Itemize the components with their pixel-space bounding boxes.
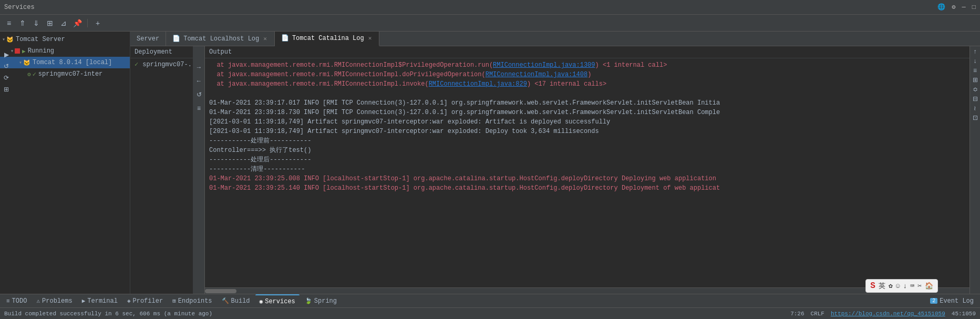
ime-icon2[interactable]: ☺ bbox=[896, 282, 900, 290]
bottom-tab-endpoints[interactable]: ⊞ Endpoints bbox=[168, 294, 216, 308]
profiler-icon: ◈ bbox=[127, 297, 131, 304]
bottom-tab-services[interactable]: ◉ Services bbox=[255, 294, 300, 308]
bottom-tab-terminal[interactable]: ▶ Terminal bbox=[78, 294, 122, 308]
log-line: Controller===>> 执行了test() bbox=[209, 146, 965, 155]
tab-tomcat-catalina-log[interactable]: 📄 Tomcat Catalina Log ✕ bbox=[275, 32, 379, 46]
bottom-tab-todo[interactable]: ≡ TODO bbox=[2, 294, 31, 308]
log-line: 01-Mar-2021 23:39:25.008 INFO [localhost… bbox=[209, 174, 965, 183]
globe-icon[interactable]: 🌐 bbox=[937, 3, 945, 11]
link-rmi3[interactable]: RMIConnectionImpl.java:829 bbox=[429, 80, 527, 88]
scroll-top-button[interactable]: ↑ bbox=[971, 47, 979, 56]
redeploy-button[interactable]: ▶ bbox=[1, 49, 12, 60]
arrow-left-button[interactable]: ← bbox=[194, 76, 204, 86]
settings-icon[interactable]: ⚙ bbox=[952, 3, 955, 11]
group-button[interactable]: ⊞ bbox=[44, 17, 56, 29]
expand-all-button[interactable]: ≡ bbox=[3, 17, 15, 29]
left-action-buttons: ▶ ↺ ⟳ ⊞ bbox=[0, 47, 13, 97]
tree-area: ▾ 🐱 Tomcat Server ▾ ▶ Running ▾ 🐱 Tomcat… bbox=[0, 32, 130, 294]
run-icon: ▶ bbox=[22, 48, 26, 55]
maximize-icon[interactable]: □ bbox=[972, 4, 976, 11]
action4-button[interactable]: ⊞ bbox=[1, 84, 12, 95]
pin-tab-icon: 📄 bbox=[172, 35, 180, 43]
bottom-tab-build[interactable]: 🔨 Build bbox=[218, 294, 254, 308]
tree-label-springmvc07: springmvc07-inter bbox=[38, 70, 102, 78]
tree-item-tomcat-server[interactable]: ▾ 🐱 Tomcat Server bbox=[0, 34, 130, 45]
link-rmi2[interactable]: RMIConnectionImpl.java:1408 bbox=[486, 71, 587, 78]
ime-icon5[interactable]: ✂ bbox=[917, 282, 922, 290]
ime-lang-label[interactable]: 英 bbox=[879, 281, 885, 291]
log-line: -----------处理前----------- bbox=[209, 136, 965, 146]
problems-label: Problems bbox=[42, 297, 73, 305]
ime-toolbar: S 英 ✿ ☺ ↓ ⌨ ✂ 🏠 bbox=[865, 279, 938, 293]
deployment-panel: Deployment ✓ springmvc07-... bbox=[130, 46, 193, 294]
panel-button7[interactable]: ≀ bbox=[971, 104, 979, 112]
add-button[interactable]: + bbox=[92, 17, 104, 29]
ime-icon1[interactable]: ✿ bbox=[889, 282, 893, 290]
pin-button[interactable]: 📌 bbox=[71, 17, 83, 29]
tab-server[interactable]: Server bbox=[130, 32, 166, 46]
wrap-lines-button[interactable]: ≡ bbox=[971, 66, 979, 75]
link-rmi1[interactable]: RMIConnectionImpl.java:1309 bbox=[493, 61, 595, 69]
stop-icon bbox=[15, 48, 20, 54]
main-content: ▾ 🐱 Tomcat Server ▾ ▶ Running ▾ 🐱 Tomcat… bbox=[0, 32, 980, 294]
bottom-tab-event-log[interactable]: 2 Event Log bbox=[926, 294, 978, 308]
problems-icon: ⚠ bbox=[36, 297, 40, 304]
log-line: at javax.management.remote.rmi.RMIConnec… bbox=[209, 70, 965, 79]
close-localhost-tab-icon[interactable]: ✕ bbox=[262, 35, 268, 42]
pin-catalina-icon: 📄 bbox=[281, 34, 289, 42]
filter-button[interactable]: ⊿ bbox=[58, 17, 69, 29]
check-icon: ✓ bbox=[33, 70, 36, 78]
ime-icon4[interactable]: ⌨ bbox=[910, 282, 914, 290]
deploy-item-label: springmvc07-... bbox=[142, 61, 193, 68]
deployment-item[interactable]: ✓ springmvc07-... bbox=[130, 58, 193, 70]
services-label: Services bbox=[265, 298, 295, 305]
arrow-right-button[interactable]: → bbox=[194, 62, 204, 73]
terminal-icon: ▶ bbox=[82, 297, 86, 304]
side-action4-button[interactable]: ≡ bbox=[194, 103, 204, 114]
ime-icon6[interactable]: 🏠 bbox=[925, 282, 933, 290]
log-line bbox=[209, 89, 965, 98]
restart-button[interactable]: ↺ bbox=[1, 61, 12, 71]
log-line: 01-Mar-2021 23:39:17.017 INFO [RMI TCP C… bbox=[209, 98, 965, 108]
log-line: 01-Mar-2021 23:39:25.140 INFO [localhost… bbox=[209, 183, 965, 193]
toolbar-separator bbox=[87, 19, 88, 27]
tab-tomcat-localhost-log[interactable]: 📄 Tomcat Localhost Log ✕ bbox=[166, 32, 275, 46]
endpoints-label: Endpoints bbox=[178, 297, 212, 305]
bottom-tab-problems[interactable]: ⚠ Problems bbox=[32, 294, 76, 308]
log-line: -----------清理----------- bbox=[209, 164, 965, 174]
tree-item-springmvc07[interactable]: ⚙ ✓ springmvc07-inter bbox=[0, 68, 130, 80]
reload-button[interactable]: ⟳ bbox=[1, 73, 12, 83]
collapse-down-button[interactable]: ⇓ bbox=[30, 17, 42, 29]
minimize-icon[interactable]: — bbox=[962, 4, 966, 11]
build-icon: 🔨 bbox=[222, 297, 229, 304]
tomcat-local-icon: 🐱 bbox=[23, 59, 30, 66]
hscroll-thumb[interactable] bbox=[205, 289, 236, 293]
panel-button6[interactable]: ⊟ bbox=[971, 95, 979, 103]
status-time: 7:26 bbox=[790, 311, 804, 317]
refresh-button[interactable]: ↺ bbox=[194, 89, 204, 100]
log-line: [2021-03-01 11:39:18,749] Artifact sprin… bbox=[209, 127, 965, 136]
collapse-up-button[interactable]: ⇑ bbox=[17, 17, 28, 29]
right-panel: Server 📄 Tomcat Localhost Log ✕ 📄 Tomcat… bbox=[130, 32, 980, 294]
status-encoding: CRLF bbox=[811, 311, 824, 317]
horizontal-scrollbar[interactable] bbox=[205, 287, 969, 294]
scroll-bottom-button[interactable]: ↓ bbox=[971, 57, 979, 65]
bottom-tab-spring[interactable]: 🍃 Spring bbox=[301, 294, 341, 308]
left-panel: ▾ 🐱 Tomcat Server ▾ ▶ Running ▾ 🐱 Tomcat… bbox=[0, 32, 130, 294]
profiler-label: Profiler bbox=[133, 297, 163, 305]
close-catalina-tab-icon[interactable]: ✕ bbox=[367, 35, 373, 42]
deployment-header: Deployment bbox=[130, 46, 193, 58]
log-scroll[interactable]: at javax.management.remote.rmi.RMIConnec… bbox=[205, 58, 969, 287]
status-url[interactable]: https://blog.csdn.net/qq_45151059 bbox=[831, 311, 945, 317]
panel-button5[interactable]: ≎ bbox=[971, 85, 979, 94]
panel-button8[interactable]: ⊡ bbox=[971, 114, 979, 122]
event-log-label: Event Log bbox=[940, 297, 974, 305]
ime-brand-icon: S bbox=[870, 281, 875, 291]
tree-item-tomcat-local[interactable]: ▾ 🐱 Tomcat 8.0.14 [local] bbox=[0, 57, 130, 68]
bottom-tab-profiler[interactable]: ◈ Profiler bbox=[123, 294, 167, 308]
soft-wrap-button[interactable]: ⊞ bbox=[971, 76, 979, 84]
bottom-tabs-bar: ≡ TODO ⚠ Problems ▶ Terminal ◈ Profiler … bbox=[0, 294, 980, 307]
tree-item-running[interactable]: ▾ ▶ Running bbox=[0, 45, 130, 57]
ime-icon3[interactable]: ↓ bbox=[903, 282, 907, 290]
tree-label-running: Running bbox=[28, 47, 54, 55]
